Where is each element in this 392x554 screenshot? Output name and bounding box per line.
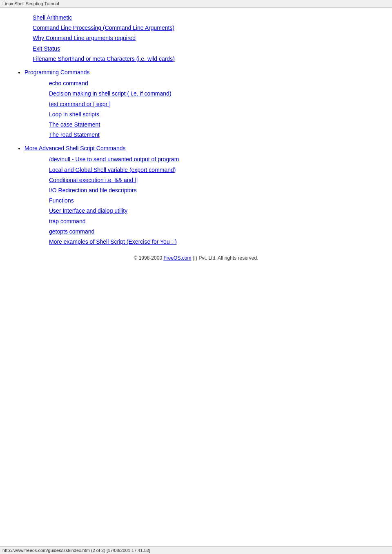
status-bar-url: http://www.freeos.com/guides/lsst/index.… [2, 548, 150, 553]
section-link[interactable]: Programming Commands [24, 69, 90, 76]
sub-link[interactable]: I/O Redirection and file descriptors [49, 185, 384, 196]
top-link[interactable]: Command Line Processing (Command Line Ar… [33, 23, 384, 33]
sub-link[interactable]: getopts command [49, 227, 384, 237]
top-link[interactable]: Exit Status [33, 44, 384, 54]
main-content: Shell ArithmeticCommand Line Processing … [0, 8, 392, 277]
sub-links-section: echo commandDecision making in shell scr… [49, 78, 384, 140]
sub-link[interactable]: More examples of Shell Script (Exercise … [49, 237, 384, 247]
sections-list: Programming Commandsecho commandDecision… [8, 67, 384, 247]
sub-links-section: /dev/null - Use to send unwanted output … [49, 154, 384, 247]
sub-link[interactable]: Loop in shell scripts [49, 109, 384, 120]
title-bar: Linux Shell Scripting Tutorial [0, 0, 392, 8]
sub-link[interactable]: User Interface and dialog utility [49, 206, 384, 216]
sub-link[interactable]: test command or [ expr ] [49, 99, 384, 109]
footer: © 1998-2000 FreeOS.com (I) Pvt. Ltd. All… [8, 255, 384, 261]
sub-link[interactable]: The case Statement [49, 120, 384, 130]
top-link[interactable]: Why Command Line arguments required [33, 33, 384, 43]
top-link[interactable]: Filename Shorthand or meta Characters (i… [33, 54, 384, 64]
sub-link[interactable]: The read Statement [49, 130, 384, 140]
top-link[interactable]: Shell Arithmetic [33, 13, 384, 23]
status-bar: http://www.freeos.com/guides/lsst/index.… [0, 546, 392, 554]
sub-link[interactable]: Local and Global Shell variable (export … [49, 165, 384, 175]
sub-link[interactable]: /dev/null - Use to send unwanted output … [49, 154, 384, 165]
section-link[interactable]: More Advanced Shell Script Commands [24, 145, 125, 151]
title-bar-text: Linux Shell Scripting Tutorial [2, 1, 59, 6]
footer-link[interactable]: FreeOS.com [163, 255, 191, 261]
section-item: Programming Commandsecho commandDecision… [24, 67, 384, 140]
sub-link[interactable]: Functions [49, 196, 384, 206]
sub-link[interactable]: trap command [49, 216, 384, 227]
sub-link[interactable]: echo command [49, 78, 384, 89]
footer-after-link: (I) Pvt. Ltd. All rights reserved. [191, 255, 258, 261]
top-links-section: Shell ArithmeticCommand Line Processing … [33, 13, 384, 64]
sub-link[interactable]: Conditional execution i.e. && and || [49, 175, 384, 185]
footer-copyright: © 1998-2000 [134, 255, 164, 261]
section-item: More Advanced Shell Script Commands/dev/… [24, 143, 384, 247]
sub-link[interactable]: Decision making in shell script ( i.e. i… [49, 89, 384, 99]
